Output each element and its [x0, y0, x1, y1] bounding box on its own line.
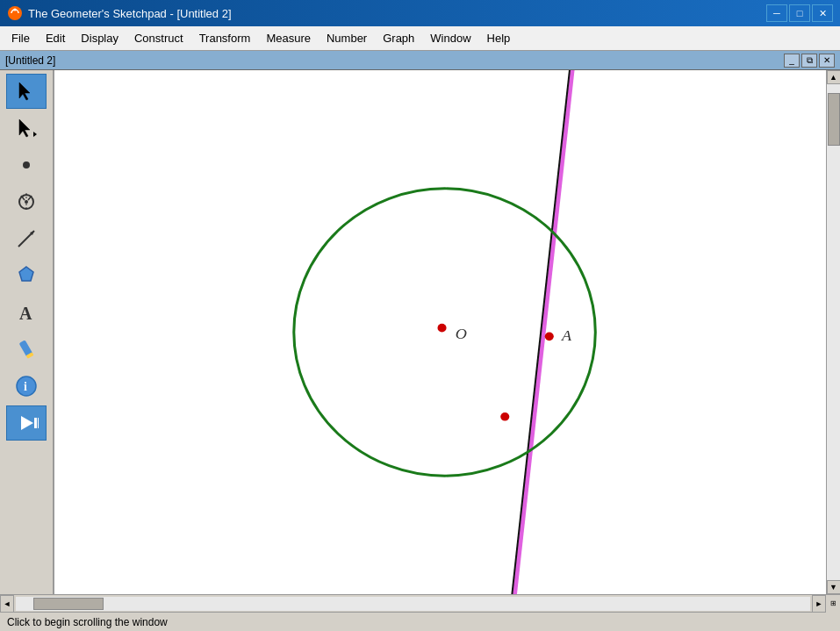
menu-bar: File Edit Display Construct Transform Me…: [0, 26, 840, 51]
info-tool[interactable]: i: [6, 369, 47, 404]
svg-line-10: [28, 196, 32, 200]
status-bar: Click to begin scrolling the window: [0, 612, 840, 631]
menu-edit[interactable]: Edit: [38, 28, 73, 48]
svg-point-18: [17, 376, 36, 396]
svg-point-8: [25, 200, 28, 204]
compass-icon: +: [14, 190, 39, 214]
compass-tool[interactable]: +: [6, 184, 47, 219]
scroll-right-button[interactable]: ►: [812, 595, 826, 613]
point-bottom: [500, 412, 509, 421]
point-tool[interactable]: [6, 147, 47, 183]
line-icon: [14, 226, 39, 251]
doc-close-button[interactable]: ✕: [819, 54, 835, 68]
doc-title-text: [Untitled 2]: [5, 54, 55, 67]
animation-tool[interactable]: [6, 405, 47, 441]
svg-text:A: A: [19, 304, 32, 323]
arrow-right-tool[interactable]: [6, 111, 47, 146]
scroll-left-button[interactable]: ◄: [0, 595, 14, 613]
circle: [294, 189, 596, 476]
menu-display[interactable]: Display: [73, 28, 126, 48]
label-a: A: [561, 327, 571, 345]
svg-rect-21: [34, 418, 37, 428]
point-icon: [14, 153, 39, 177]
title-bar-left: The Geometer's Sketchpad - [Untitled 2]: [7, 5, 232, 21]
label-o: O: [456, 326, 467, 343]
doc-title-buttons: _ ⧉ ✕: [784, 54, 835, 68]
svg-point-0: [8, 6, 22, 20]
scroll-track-horizontal[interactable]: [16, 597, 810, 611]
text-icon: A: [14, 300, 39, 325]
status-text: Click to begin scrolling the window: [7, 616, 168, 628]
arrow-right-icon: [14, 116, 39, 140]
svg-point-1: [14, 9, 17, 11]
menu-construct[interactable]: Construct: [126, 28, 191, 48]
text-tool[interactable]: A: [6, 295, 47, 330]
svg-rect-22: [38, 418, 39, 428]
close-button[interactable]: ✕: [812, 4, 833, 22]
point-o: [437, 324, 446, 333]
scroll-down-button[interactable]: ▼: [827, 580, 841, 594]
doc-restore-button[interactable]: ⧉: [801, 54, 817, 68]
bottom-bar: ◄ ► ⊞: [0, 594, 840, 612]
arrow-tool[interactable]: [6, 74, 47, 109]
doc-minimize-button[interactable]: _: [784, 54, 800, 68]
point-a: [545, 333, 554, 341]
title-text: The Geometer's Sketchpad - [Untitled 2]: [28, 7, 232, 20]
minimize-button[interactable]: ─: [766, 4, 787, 22]
doc-title-bar: [Untitled 2] _ ⧉ ✕: [0, 51, 840, 70]
menu-measure[interactable]: Measure: [258, 28, 319, 48]
polygon-tool[interactable]: [6, 258, 47, 293]
menu-help[interactable]: Help: [479, 28, 519, 48]
canvas-svg: O A: [54, 70, 826, 594]
info-icon: i: [14, 374, 39, 398]
arrow-icon: [14, 79, 39, 104]
svg-point-6: [19, 195, 33, 209]
scrollbar-vertical: ▲ ▼: [826, 70, 840, 594]
toolbar: + A: [0, 70, 54, 594]
svg-text:i: i: [24, 380, 27, 393]
title-bar-buttons: ─ □ ✕: [766, 4, 833, 22]
marker-icon: [14, 337, 39, 362]
svg-rect-17: [26, 352, 34, 358]
scroll-up-button[interactable]: ▲: [827, 70, 841, 84]
scroll-track-vertical[interactable]: [827, 84, 840, 580]
svg-marker-4: [33, 132, 37, 137]
svg-marker-2: [19, 82, 30, 100]
svg-marker-14: [19, 267, 33, 281]
svg-marker-3: [19, 119, 30, 137]
menu-transform[interactable]: Transform: [191, 28, 259, 48]
polygon-icon: [14, 263, 39, 288]
svg-marker-13: [30, 231, 34, 235]
svg-line-12: [18, 231, 34, 247]
scroll-thumb-vertical[interactable]: [828, 93, 840, 146]
menu-graph[interactable]: Graph: [375, 28, 422, 48]
svg-rect-16: [19, 340, 33, 357]
canvas-wrapper[interactable]: O A: [54, 70, 826, 594]
marker-tool[interactable]: [6, 332, 47, 367]
app-icon: [7, 5, 23, 21]
main-layout: + A: [0, 70, 840, 594]
svg-text:+: +: [22, 193, 25, 198]
animation-icon: [14, 411, 39, 435]
svg-marker-20: [21, 416, 33, 430]
canvas-area[interactable]: O A: [54, 70, 826, 594]
maximize-button[interactable]: □: [789, 4, 810, 22]
title-bar: The Geometer's Sketchpad - [Untitled 2] …: [0, 0, 840, 26]
line-tool[interactable]: [6, 221, 47, 256]
scroll-thumb-horizontal[interactable]: [33, 598, 104, 610]
svg-line-9: [21, 196, 25, 200]
scroll-corner: ⊞: [826, 595, 840, 613]
svg-point-5: [23, 161, 30, 169]
menu-number[interactable]: Number: [319, 28, 375, 48]
menu-window[interactable]: Window: [422, 28, 478, 48]
menu-file[interactable]: File: [4, 28, 38, 48]
